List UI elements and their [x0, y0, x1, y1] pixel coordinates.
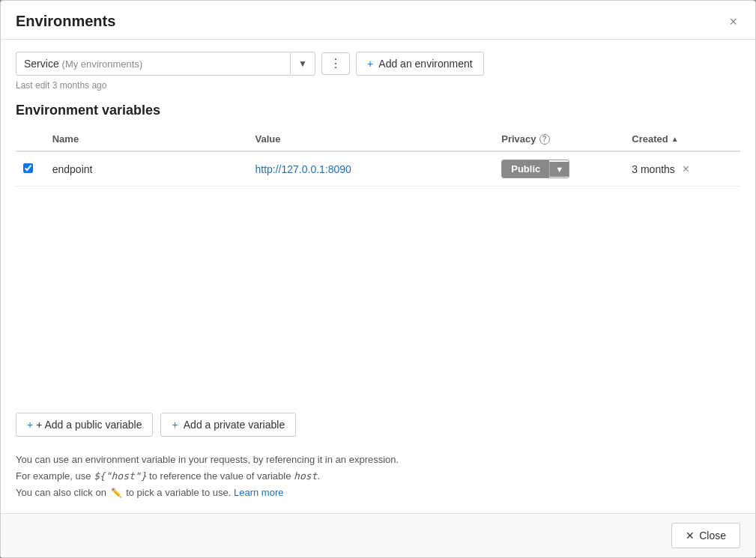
modal-title: Environments [16, 13, 115, 30]
close-label: Close [699, 530, 726, 542]
modal-close-x-button[interactable]: × [726, 15, 740, 28]
th-created-label: Created [632, 133, 668, 145]
help-line3-prefix: You can also click on [16, 487, 109, 498]
modal-header: Environments × [1, 1, 755, 40]
last-edit-text: Last edit 3 months ago [16, 80, 740, 91]
table-row: endpoint http://127.0.0.1:8090 Public ▼ … [16, 151, 740, 186]
created-sort-icon: ▲ [671, 135, 679, 143]
help-line3: You can also click on ✏️ to pick a varia… [16, 485, 740, 501]
add-variable-row: ++ Add a public variable + Add a private… [16, 413, 740, 437]
help-line2-prefix: For example, use [16, 470, 94, 482]
env-variables-table: Name Value Privacy ? Created ▲ [16, 127, 740, 186]
add-private-label: Add a private variable [181, 419, 285, 431]
row-created-cell: 3 months × [624, 151, 740, 186]
help-line2-var: host [294, 470, 317, 482]
service-select-text: Service (My environments) [16, 52, 290, 75]
row-name-cell: endpoint [45, 151, 248, 186]
add-private-variable-button[interactable]: + Add a private variable [160, 413, 296, 437]
privacy-button-group[interactable]: Public ▼ [501, 160, 569, 178]
add-public-plus-icon: + [27, 419, 33, 431]
modal-body: Service (My environments) ▼ ⋮ + Add an e… [1, 40, 755, 513]
variable-created: 3 months [632, 163, 675, 175]
add-env-plus-icon: + [367, 58, 373, 70]
add-private-plus-icon: + [172, 419, 178, 431]
help-line3-suffix: to pick a variable to use. [124, 487, 232, 498]
privacy-dropdown-arrow[interactable]: ▼ [549, 162, 569, 177]
close-button[interactable]: ✕ Close [671, 523, 740, 548]
add-env-label: Add an environment [376, 58, 472, 70]
help-line1: You can use an environment variable in y… [16, 452, 740, 468]
row-checkbox[interactable] [23, 163, 33, 173]
row-checkbox-cell[interactable] [16, 151, 45, 186]
help-line2-code: ${"host"} [94, 470, 146, 482]
close-x-icon: ✕ [686, 530, 695, 542]
env-variables-section-title: Environment variables [16, 103, 740, 118]
help-line2-middle: to reference the value of variable [147, 470, 294, 482]
learn-more-link[interactable]: Learn more [234, 487, 283, 498]
add-public-label: + Add a public variable [36, 419, 142, 431]
th-value: Value [247, 127, 494, 151]
privacy-label: Public [502, 160, 549, 178]
th-name: Name [45, 127, 248, 151]
environments-modal: Environments × Service (My environments)… [0, 0, 756, 558]
more-options-button[interactable]: ⋮ [321, 52, 350, 75]
service-dropdown-arrow[interactable]: ▼ [290, 53, 315, 74]
help-text-block: You can use an environment variable in y… [16, 452, 740, 501]
delete-variable-button[interactable]: × [678, 161, 694, 178]
modal-footer: ✕ Close [1, 513, 755, 557]
row-privacy-cell: Public ▼ [494, 151, 624, 186]
add-environment-button[interactable]: + Add an environment [356, 52, 484, 76]
add-public-variable-button[interactable]: ++ Add a public variable [16, 413, 153, 437]
help-line2-suffix: . [317, 470, 320, 482]
service-selector-row: Service (My environments) ▼ ⋮ + Add an e… [16, 52, 740, 76]
row-value-cell: http://127.0.0.1:8090 [247, 151, 494, 186]
spacer [16, 198, 740, 413]
variable-value: http://127.0.0.1:8090 [255, 163, 351, 175]
service-select-wrapper[interactable]: Service (My environments) ▼ [16, 52, 315, 76]
th-created: Created ▲ [624, 127, 740, 151]
th-checkbox [16, 127, 45, 151]
variable-name: endpoint [52, 163, 93, 175]
service-env-name: (My environments) [62, 58, 143, 70]
pencil-icon: ✏️ [111, 485, 122, 500]
service-name: Service [24, 58, 59, 70]
th-privacy: Privacy ? [494, 127, 624, 151]
th-privacy-label: Privacy [501, 133, 536, 145]
help-line2: For example, use ${"host"} to reference … [16, 468, 740, 485]
table-header-row: Name Value Privacy ? Created ▲ [16, 127, 740, 151]
privacy-help-icon[interactable]: ? [539, 134, 550, 145]
